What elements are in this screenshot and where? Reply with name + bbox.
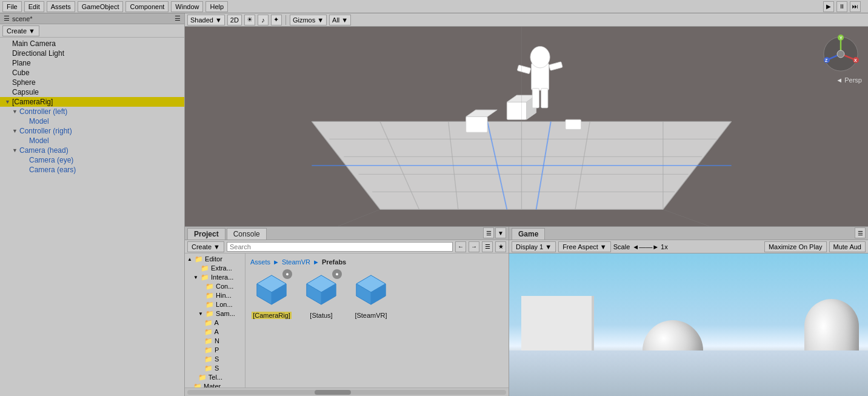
gameobject-menu[interactable]: GameObject [78, 1, 124, 12]
hierarchy-content: Main Camera Directional Light Plane Cube… [0, 38, 184, 396]
hier-item-capsule[interactable]: Capsule [0, 87, 184, 97]
play-button[interactable]: ▶ [823, 1, 834, 12]
pause-button[interactable]: ⏸ [836, 1, 847, 12]
asset-steamvr[interactable]: [SteamVR] [350, 270, 392, 319]
hier-item-model-right[interactable]: Model [0, 136, 184, 146]
hier-item-controller-left[interactable]: ▼ Controller (left) [0, 107, 184, 116]
shaded-dropdown[interactable]: Shaded ▼ [187, 15, 225, 25]
tree-item-con[interactable]: 📁 Con... [185, 282, 245, 291]
tree-item-sub-p[interactable]: 📁 P [185, 346, 245, 355]
search-back-icon[interactable]: ← [455, 241, 466, 252]
tab-console[interactable]: Console [227, 228, 267, 240]
tree-item-tel[interactable]: 📁 Tel... [185, 373, 245, 382]
project-lock-icon[interactable]: ☰ [483, 227, 494, 238]
project-menu-icon[interactable]: ▼ [495, 227, 506, 238]
scene-gizmo[interactable]: Y X Z [820, 33, 862, 75]
tree-item-interactables[interactable]: ▼ 📁 Intera... [185, 273, 245, 282]
right-area: Shaded ▼ 2D ☀ ♪ ✦ Gizmos ▼ All ▼ [185, 13, 868, 396]
svg-point-43 [837, 50, 844, 58]
hier-item-controller-right[interactable]: ▼ Controller (right) [0, 126, 184, 136]
tree-item-lon[interactable]: 📁 Lon... [185, 300, 245, 309]
tab-game[interactable]: Game [512, 228, 545, 240]
hierarchy-toolbar: Create ▼ [0, 24, 184, 38]
tab-project[interactable]: Project [187, 228, 225, 240]
mute-audio-button[interactable]: Mute Aud [829, 241, 866, 252]
breadcrumb-assets[interactable]: Assets [250, 258, 270, 266]
hier-item-directional-light[interactable]: Directional Light [0, 49, 184, 58]
hierarchy-create-button[interactable]: Create ▼ [2, 25, 39, 36]
filter-icon[interactable]: ☰ [482, 241, 493, 252]
breadcrumb-prefabs: Prefabs [322, 258, 346, 266]
hier-item-main-camera[interactable]: Main Camera [0, 39, 184, 49]
scene-toolbar: Shaded ▼ 2D ☀ ♪ ✦ Gizmos ▼ All ▼ [185, 13, 868, 27]
persp-label: ◄ Persp [836, 76, 862, 84]
aspect-dropdown[interactable]: Free Aspect ▼ [558, 241, 611, 252]
tree-item-hin[interactable]: 📁 Hin... [185, 291, 245, 300]
breadcrumb: Assets ► SteamVR ► Prefabs [250, 258, 504, 266]
project-toolbar: Create ▼ ← → ☰ ★ [185, 240, 509, 253]
svg-text:Y: Y [840, 36, 843, 40]
tree-item-sub-n[interactable]: 📁 N [185, 337, 245, 346]
tree-item-materials[interactable]: 📁 Mater... [185, 382, 245, 388]
hier-item-camera-ears[interactable]: Camera (ears) [0, 165, 184, 175]
asset-badge-camera-rig: ● [282, 269, 292, 279]
step-button[interactable]: ⏭ [850, 1, 861, 12]
window-menu[interactable]: Window [171, 1, 203, 12]
hier-item-sphere[interactable]: Sphere [0, 78, 184, 87]
hier-item-camera-head[interactable]: ▼ Camera (head) [0, 146, 184, 155]
search-forward-icon[interactable]: → [469, 241, 479, 252]
project-tabs: Project Console ☰ ▼ [185, 227, 509, 240]
asset-camera-rig[interactable]: ● [CameraRig] [250, 270, 293, 319]
scrollbar-track[interactable] [187, 390, 506, 395]
star-icon[interactable]: ★ [495, 241, 506, 252]
hier-item-camera-eye[interactable]: Camera (eye) [0, 155, 184, 165]
project-scrollbar[interactable] [185, 388, 509, 396]
breadcrumb-steamvr[interactable]: SteamVR [282, 258, 310, 266]
gizmos-dropdown[interactable]: Gizmos ▼ [290, 15, 327, 25]
edit-menu[interactable]: Edit [24, 1, 44, 12]
game-menu-icon[interactable]: ☰ [855, 227, 866, 238]
2d-button[interactable]: 2D [227, 15, 242, 25]
tree-item-sub-s1[interactable]: 📁 S [185, 355, 245, 364]
help-menu[interactable]: Help [205, 1, 228, 12]
project-search-input[interactable] [227, 242, 453, 252]
display-dropdown[interactable]: Display 1 ▼ [512, 241, 556, 252]
asset-cube-icon-steamvr [352, 270, 390, 309]
tree-item-sub-a2[interactable]: 📁 A [185, 327, 245, 337]
tree-item-sub-s2[interactable]: 📁 S [185, 364, 245, 373]
hierarchy-title: scene* [12, 15, 33, 22]
hier-item-model-left[interactable]: Model [0, 116, 184, 126]
game-toolbar: Display 1 ▼ Free Aspect ▼ Scale ◄——► 1x … [509, 240, 868, 253]
file-menu[interactable]: File [2, 1, 22, 12]
bottom-area: Project Console ☰ ▼ Create ▼ [185, 226, 868, 396]
hier-item-plane[interactable]: Plane [0, 58, 184, 68]
tree-item-extras[interactable]: 📁 Extra... [185, 264, 245, 273]
assets-menu[interactable]: Assets [47, 1, 75, 12]
tree-item-sam[interactable]: ▼ 📁 Sam... [185, 309, 245, 318]
scene-light-icon[interactable]: ☀ [244, 15, 255, 25]
unity-top-toolbar: File Edit Assets GameObject Component Wi… [0, 0, 868, 13]
project-create-button[interactable]: Create ▼ [187, 241, 224, 252]
scene-audio-icon[interactable]: ♪ [258, 15, 269, 25]
hier-item-camera-rig[interactable]: ▼ [CameraRig] [0, 97, 184, 107]
svg-text:Z: Z [825, 58, 828, 62]
gizmo-svg: Y X Z [820, 33, 862, 75]
all-dropdown[interactable]: All ▼ [329, 15, 351, 25]
scene-effect-icon[interactable]: ✦ [271, 15, 282, 25]
tree-item-sub-a1[interactable]: 📁 A [185, 318, 245, 327]
svg-point-22 [530, 46, 550, 67]
hier-item-cube[interactable]: Cube [0, 68, 184, 78]
hierarchy-icon: ☰ [4, 15, 10, 22]
hierarchy-menu-icon[interactable]: ☰ [175, 15, 181, 22]
tree-item-editor[interactable]: ▲ 📁 Editor [185, 255, 245, 264]
game-panel: Game ☰ Display 1 ▼ Free Aspect ▼ Scale [509, 227, 868, 396]
component-menu[interactable]: Component [125, 1, 169, 12]
toolbar-divider [285, 15, 286, 25]
svg-rect-18 [507, 102, 526, 119]
scene-view-outer: Shaded ▼ 2D ☀ ♪ ✦ Gizmos ▼ All ▼ [185, 13, 868, 226]
scrollbar-thumb[interactable] [315, 390, 351, 395]
asset-status[interactable]: ● [Status] [300, 270, 342, 319]
scene-3d-canvas[interactable]: Y X Z ◄ Persp [185, 27, 868, 226]
asset-label-steamvr: [SteamVR] [355, 312, 387, 319]
maximize-on-play-button[interactable]: Maximize On Play [764, 241, 827, 252]
